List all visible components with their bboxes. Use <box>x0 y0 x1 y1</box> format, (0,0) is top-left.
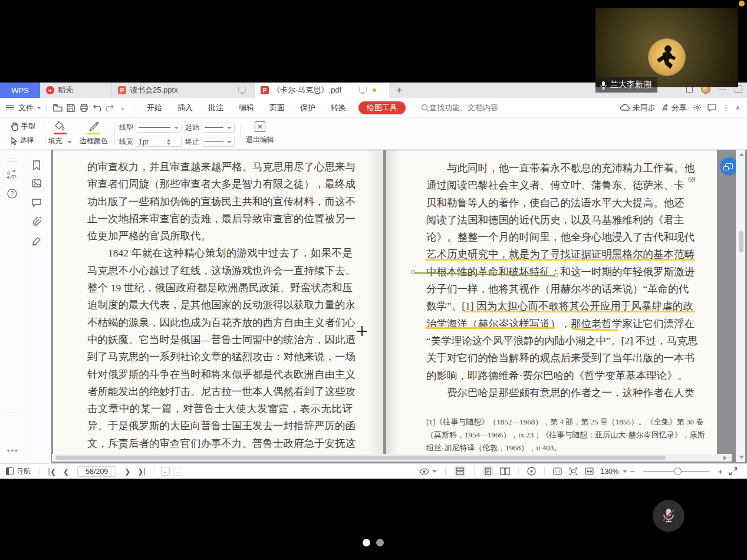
scroll-up-arrow-icon[interactable] <box>739 153 744 156</box>
undo-icon[interactable] <box>91 102 103 114</box>
menu-edit[interactable]: 编辑 <box>231 103 262 113</box>
history-forward-button[interactable]: → <box>173 467 182 476</box>
menu-insert[interactable]: 插入 <box>170 103 200 113</box>
mic-on-icon <box>600 81 607 90</box>
open-folder-icon[interactable] <box>52 102 64 114</box>
search-box[interactable] <box>421 103 518 112</box>
last-page-button[interactable]: ❯| <box>134 467 149 476</box>
zoom-in-button[interactable]: + <box>715 466 725 476</box>
page-dot-active[interactable] <box>363 539 370 546</box>
text-line: 文，斥责后者的审查官们办事不力。普鲁士政府急于安抚这 <box>87 435 353 452</box>
pdf-file-icon: P <box>261 86 269 94</box>
continuous-layout-button[interactable] <box>454 466 466 477</box>
scroll-down-arrow-icon[interactable] <box>739 456 744 459</box>
page-dot[interactable] <box>376 539 384 546</box>
comment-icon[interactable] <box>707 104 716 111</box>
menu-protect[interactable]: 保护 <box>292 103 323 113</box>
tab-pptx[interactable]: P 读书会25.pptx <box>112 83 255 98</box>
vertical-scrollbar[interactable] <box>736 150 745 462</box>
prev-page-button[interactable]: ❮ <box>60 467 73 476</box>
highlight-underline[interactable] <box>464 311 695 312</box>
comment-bubble-icon[interactable] <box>32 199 41 207</box>
participant-video-tile[interactable]: 兰大李新潮 <box>595 8 738 87</box>
divider <box>518 467 519 476</box>
fullscreen-button[interactable] <box>729 467 738 476</box>
bookmark-icon[interactable] <box>32 160 41 170</box>
arrow-end-dropdown[interactable] <box>202 137 235 147</box>
tab-pdf-active[interactable]: P 《卡尔·马克思》.pdf <box>255 83 389 98</box>
select-tool[interactable]: 选择 <box>11 136 34 146</box>
first-page-button[interactable]: |❮ <box>44 467 60 476</box>
print-icon[interactable] <box>78 102 90 114</box>
fill-color-button[interactable]: 填充 <box>47 120 73 146</box>
fit-page-button[interactable] <box>569 467 578 475</box>
highlight-underline[interactable] <box>425 327 555 329</box>
line-width-stepper[interactable] <box>136 137 182 147</box>
line-width-input[interactable] <box>139 138 162 146</box>
more-dots-icon[interactable]: ⋮ <box>722 103 730 112</box>
search-input[interactable] <box>429 103 518 112</box>
zoom-slider[interactable] <box>643 471 709 472</box>
spinner-arrows[interactable] <box>164 139 170 145</box>
drawing-tools-tab[interactable]: 绘图工具 <box>358 101 406 114</box>
image-icon[interactable] <box>32 179 41 187</box>
sync-status[interactable]: 未同步 <box>620 103 656 113</box>
play-slideshow-button[interactable] <box>527 467 536 476</box>
annotation-handle-start[interactable] <box>411 270 415 274</box>
horizontal-scrollbar[interactable] <box>52 454 732 462</box>
translate-icon[interactable]: a中 <box>6 169 17 180</box>
vertical-scroll-thumb[interactable] <box>739 231 743 252</box>
help-icon[interactable]: ? <box>7 189 17 199</box>
line-type-row: 线型 <box>119 123 182 133</box>
arrow-start-dropdown[interactable] <box>202 123 235 133</box>
chevron-down-icon <box>67 141 72 143</box>
footnote-line: 坦丝·加尼特译（伦敦，1968），ii 403。 <box>426 442 686 454</box>
toolbar-options-chevron-icon[interactable]: ⌄ <box>117 102 129 114</box>
tab-docer[interactable]: ❧ 稻壳 <box>40 83 112 98</box>
more-tools-icon[interactable]: ••• <box>7 446 19 455</box>
attachment-icon[interactable] <box>32 217 41 226</box>
participant-name: 兰大李新潮 <box>610 80 651 90</box>
file-menu[interactable]: 文件 <box>0 103 41 113</box>
slide-page-dots[interactable] <box>363 539 384 546</box>
line-width-row: 线宽 <box>119 137 182 147</box>
settings-gear-icon[interactable] <box>693 103 702 112</box>
annotation-handle-end[interactable] <box>554 273 558 277</box>
new-tab-button[interactable]: + <box>389 83 409 98</box>
scroll-right-arrow-icon[interactable] <box>723 456 727 460</box>
menu-convert[interactable]: 转换 <box>323 103 354 113</box>
line-type-dropdown[interactable] <box>136 123 182 133</box>
zoom-out-button[interactable]: − <box>627 466 637 476</box>
zoom-dropdown-icon[interactable] <box>623 470 627 473</box>
navigation-panel-button[interactable]: 导航 <box>6 466 31 476</box>
share-button[interactable]: 分享 <box>662 103 687 113</box>
signature-icon[interactable] <box>32 236 42 246</box>
two-page-view-button[interactable] <box>500 467 510 475</box>
wps-home-button[interactable]: WPS <box>0 83 40 98</box>
zoom-slider-knob[interactable] <box>674 467 682 475</box>
page-indicator-input[interactable] <box>77 466 116 477</box>
history-back-button[interactable]: ← <box>161 467 170 476</box>
hand-tool[interactable]: 手型 <box>11 121 35 131</box>
collapse-ribbon-icon[interactable]: ∧ <box>736 104 740 111</box>
redo-icon[interactable] <box>104 102 116 114</box>
zoom-value[interactable]: 130% <box>601 467 619 476</box>
divider <box>445 467 446 476</box>
horizontal-scroll-thumb[interactable] <box>55 456 666 460</box>
text-line: 贝和勒鲁等人的著作，使自己的法语水平大大提高。他还 <box>426 195 683 212</box>
save-icon[interactable] <box>65 102 77 114</box>
highlight-underline[interactable] <box>425 259 695 261</box>
next-page-button[interactable]: ❯ <box>121 467 134 476</box>
text-line: 审查者们周旋（那些审查者大多是智力有限之徒），最终成 <box>87 176 353 193</box>
panel-drag-handle[interactable] <box>6 157 17 163</box>
menu-page[interactable]: 页面 <box>262 103 292 113</box>
single-page-view-button[interactable] <box>483 466 493 477</box>
menu-start[interactable]: 开始 <box>139 103 170 113</box>
eye-protect-button[interactable] <box>419 468 437 475</box>
actual-size-button[interactable]: 1:1 <box>553 467 562 475</box>
exit-edit-button[interactable]: ✕ 退出编辑 <box>243 121 277 145</box>
fit-width-button[interactable] <box>585 467 594 475</box>
mic-muted-button[interactable] <box>653 500 685 532</box>
menu-annotate[interactable]: 批注 <box>200 103 231 113</box>
floating-tool-button[interactable] <box>720 157 738 174</box>
